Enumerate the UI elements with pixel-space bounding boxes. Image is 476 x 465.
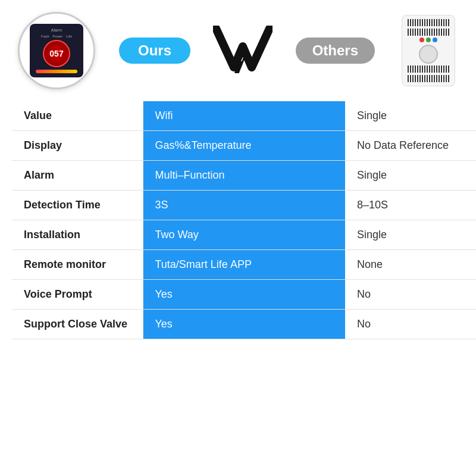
others-cell: 8–10S (345, 191, 476, 220)
other-device-image (393, 15, 464, 86)
ours-cell: 3S (143, 191, 345, 220)
comparison-table-container: ValueWifiSingleDisplayGas%&TemperatureNo… (0, 101, 476, 339)
feature-cell: Display (12, 131, 143, 161)
ours-cell: Two Way (143, 220, 345, 250)
comparison-table: ValueWifiSingleDisplayGas%&TemperatureNo… (12, 101, 476, 339)
feature-cell: Value (12, 101, 143, 131)
ours-cell: Yes (143, 280, 345, 310)
feature-cell: Alarm (12, 161, 143, 191)
table-row: Voice PromptYesNo (12, 280, 476, 310)
others-cell: Single (345, 101, 476, 131)
others-cell: None (345, 250, 476, 280)
vs-section: Ours Others (113, 26, 381, 76)
ours-cell: Multi–Function (143, 161, 345, 191)
ours-cell: Yes (143, 310, 345, 339)
table-row: Detection Time3S8–10S (12, 191, 476, 220)
others-cell: No (345, 310, 476, 339)
device-display: 057 (43, 40, 70, 67)
vs-icon (213, 26, 273, 73)
table-row: InstallationTwo WaySingle (12, 220, 476, 250)
table-row: AlarmMulti–FunctionSingle (12, 161, 476, 191)
others-button[interactable]: Others (296, 38, 375, 64)
ours-button[interactable]: Ours (119, 38, 190, 64)
feature-cell: Support Close Valve (12, 310, 143, 339)
others-cell: No (345, 280, 476, 310)
table-row: DisplayGas%&TemperatureNo Data Reference (12, 131, 476, 161)
ours-cell: Tuta/Smart Life APP (143, 250, 345, 280)
feature-cell: Detection Time (12, 191, 143, 220)
feature-cell: Voice Prompt (12, 280, 143, 310)
feature-cell: Remote monitor (12, 250, 143, 280)
top-comparison-header: Alarm Fault Power Life 057 Ours (0, 0, 476, 101)
feature-cell: Installation (12, 220, 143, 250)
others-cell: Single (345, 161, 476, 191)
table-row: Remote monitorTuta/Smart Life APPNone (12, 250, 476, 280)
table-row: ValueWifiSingle (12, 101, 476, 131)
others-cell: No Data Reference (345, 131, 476, 161)
our-device-image: Alarm Fault Power Life 057 (12, 12, 101, 89)
ours-cell: Wifi (143, 101, 345, 131)
table-row: Support Close ValveYesNo (12, 310, 476, 339)
others-cell: Single (345, 220, 476, 250)
ours-cell: Gas%&Temperature (143, 131, 345, 161)
